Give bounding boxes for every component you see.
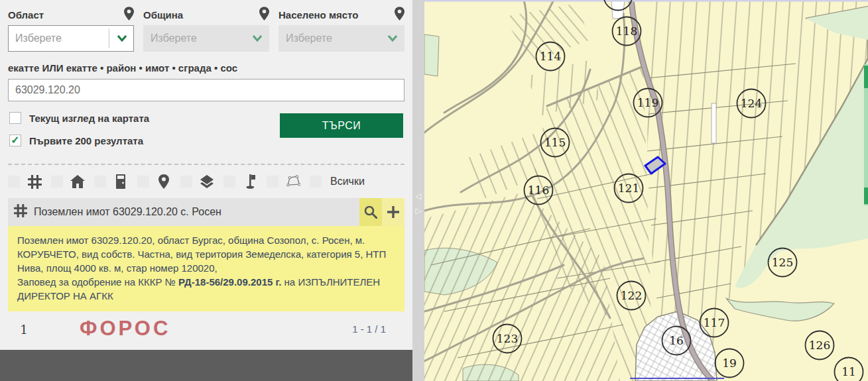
layers-filter-checkbox[interactable] bbox=[180, 176, 192, 188]
parcel-filter-checkbox[interactable] bbox=[8, 176, 20, 188]
building-house-icon bbox=[70, 174, 85, 189]
oblast-select[interactable]: Изберете bbox=[8, 25, 134, 52]
parcel-grid-icon bbox=[27, 174, 42, 189]
panel-bottom-filler bbox=[0, 350, 412, 381]
svg-text:121: 121 bbox=[618, 182, 639, 195]
plus-icon bbox=[387, 205, 400, 219]
polygon-sketch-icon bbox=[286, 174, 300, 189]
oblast-placeholder: Изберете bbox=[9, 32, 62, 44]
svg-text:123: 123 bbox=[497, 332, 518, 345]
foros-watermark: ФОРОС bbox=[80, 317, 170, 341]
select-divider bbox=[109, 28, 109, 48]
object-type-filters: Всички bbox=[8, 174, 404, 189]
flag-filter-checkbox[interactable] bbox=[223, 176, 235, 188]
svg-text:125: 125 bbox=[772, 256, 793, 269]
all-filter-label: Всички bbox=[330, 176, 365, 188]
map-scrollbar-thumb-top[interactable] bbox=[864, 66, 868, 88]
building-filter-checkbox[interactable] bbox=[51, 176, 63, 188]
magnifier-icon bbox=[364, 205, 377, 219]
naseleno-myasto-placeholder: Изберете bbox=[279, 32, 332, 44]
map-scrollbar-thumb-bottom[interactable] bbox=[864, 188, 868, 204]
approval-order-prefix: Заповед за одобрение на КККР № bbox=[17, 276, 178, 288]
oblast-label: Област bbox=[8, 5, 44, 21]
location-pin-icon bbox=[395, 7, 404, 21]
location-filters: Област Изберете Община Изберете bbox=[8, 5, 404, 52]
svg-text:16: 16 bbox=[669, 334, 684, 347]
parcel-details-box: Поземлен имот 63029.120.20, област Бурга… bbox=[8, 226, 404, 311]
current-view-label: Текущ изглед на картата bbox=[29, 113, 149, 124]
current-view-checkbox-row[interactable]: Текущ изглед на картата bbox=[9, 112, 149, 124]
filter-obshtina: Община Изберете bbox=[143, 5, 269, 52]
search-input[interactable] bbox=[8, 79, 404, 101]
svg-text:122: 122 bbox=[621, 289, 642, 302]
results-range: 1 - 1 / 1 bbox=[352, 323, 386, 335]
svg-text:114: 114 bbox=[540, 50, 561, 63]
point-marker-icon bbox=[156, 174, 171, 189]
all-filter-checkbox[interactable] bbox=[310, 176, 322, 188]
first-200-checkbox-row[interactable]: ✓ Първите 200 резултата bbox=[9, 135, 143, 146]
object-entrance-icon bbox=[113, 174, 128, 189]
search-syntax-hint: екатте ИЛИ екатте • район • имот • сград… bbox=[8, 62, 404, 74]
naseleno-myasto-select[interactable]: Изберете bbox=[279, 25, 404, 52]
search-button[interactable]: ТЪРСИ bbox=[280, 113, 403, 138]
current-view-checkbox[interactable] bbox=[9, 112, 21, 124]
map-container: 1181141241191151211161251221171231612619… bbox=[424, 0, 868, 381]
point-filter-checkbox[interactable] bbox=[137, 176, 149, 188]
first-200-label: Първите 200 резултата bbox=[29, 135, 143, 146]
svg-text:117: 117 bbox=[704, 316, 725, 329]
approval-order-number: РД-18-56/29.09.2015 г. bbox=[178, 276, 281, 288]
chevron-down-icon bbox=[117, 35, 127, 42]
location-pin-icon bbox=[124, 7, 134, 21]
svg-text:115: 115 bbox=[544, 136, 566, 149]
check-icon: ✓ bbox=[11, 135, 19, 146]
svg-text:124: 124 bbox=[741, 97, 762, 110]
svg-text:19: 19 bbox=[722, 356, 737, 370]
obshtina-select[interactable]: Изберете bbox=[143, 25, 269, 52]
collapse-panel-arrow-icon[interactable]: ◁ bbox=[414, 191, 422, 201]
svg-text:119: 119 bbox=[637, 96, 658, 109]
cadastral-map[interactable]: 1181141241191151211161251221171231612619… bbox=[424, 0, 868, 381]
map-scrollbar[interactable] bbox=[864, 64, 868, 205]
svg-text:116: 116 bbox=[528, 184, 549, 197]
parcel-grid-icon bbox=[14, 204, 27, 220]
results-footer: 1 ФОРОС 1 - 1 / 1 bbox=[8, 311, 404, 350]
polygon-filter-checkbox[interactable] bbox=[267, 176, 279, 188]
chevron-down-icon bbox=[253, 35, 262, 42]
svg-text:126: 126 bbox=[809, 339, 830, 352]
object-filter-checkbox[interactable] bbox=[94, 176, 106, 188]
panel-map-divider: ◁ ▷ bbox=[412, 0, 424, 381]
layers-icon bbox=[200, 174, 214, 189]
filter-naseleno-myasto: Населено място Изберете bbox=[279, 5, 404, 52]
dashed-divider bbox=[8, 164, 404, 165]
location-pin-icon bbox=[259, 7, 269, 21]
svg-text:118: 118 bbox=[616, 25, 637, 38]
parcel-details-text: Поземлен имот 63029.120.20, област Бурга… bbox=[17, 235, 386, 274]
map-top-edge bbox=[424, 0, 868, 2]
filter-oblast: Област Изберете bbox=[8, 5, 134, 52]
result-row[interactable]: Поземлен имот 63029.120.20 с. Росен bbox=[8, 198, 404, 226]
chevron-down-icon bbox=[388, 35, 397, 42]
search-controls: Текущ изглед на картата ✓ Първите 200 ре… bbox=[8, 107, 404, 157]
obshtina-label: Община bbox=[143, 5, 183, 21]
naseleno-myasto-label: Населено място bbox=[279, 5, 358, 21]
search-panel: Област Изберете Община Изберете bbox=[0, 0, 412, 381]
first-200-checkbox[interactable]: ✓ bbox=[9, 135, 21, 146]
result-title: Поземлен имот 63029.120.20 с. Росен bbox=[34, 206, 359, 218]
kais-cadastre-app: Област Изберете Община Изберете bbox=[0, 0, 868, 381]
expand-panel-arrow-icon[interactable]: ▷ bbox=[414, 205, 422, 216]
svg-text:11: 11 bbox=[841, 365, 856, 378]
page-number[interactable]: 1 bbox=[20, 322, 28, 337]
obshtina-placeholder: Изберете bbox=[144, 32, 197, 44]
zoom-to-result-button[interactable] bbox=[359, 198, 382, 226]
flag-point-icon bbox=[243, 174, 257, 189]
add-result-button[interactable] bbox=[382, 198, 404, 226]
